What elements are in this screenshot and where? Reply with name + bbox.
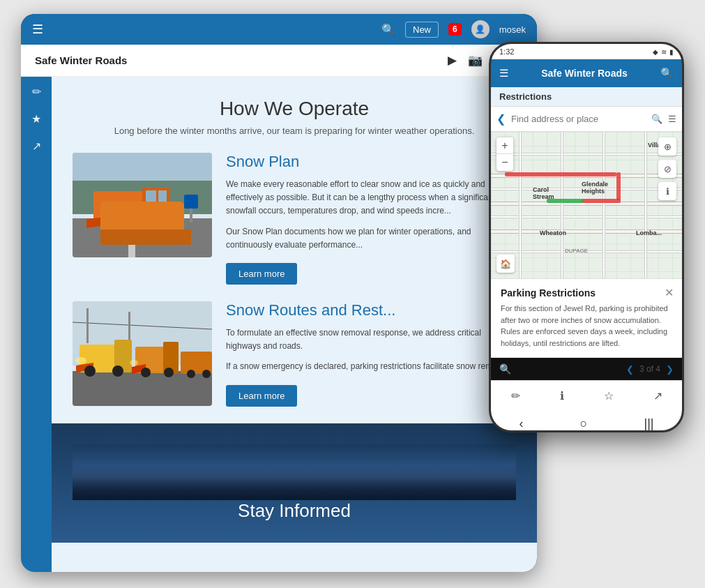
phone-device: 1:32 ◆ ≋ ▮ ☰ Safe Winter Roads 🔍 Restric… (489, 42, 684, 432)
search-icon-small[interactable]: 🔍 (651, 114, 662, 124)
route-red-3 (582, 199, 621, 203)
parking-popup-title: Parking Restrictions (501, 287, 672, 299)
svg-rect-14 (184, 195, 198, 209)
search-icon[interactable]: 🔍 (381, 23, 395, 36)
parking-popup-text: For this section of Jewel Rd, parking is… (501, 303, 672, 349)
map-right-controls: ⊕ ⊘ ℹ (658, 137, 676, 200)
recent-nav-icon[interactable]: ||| (644, 416, 653, 431)
site-header: Safe Winter Roads ▶ 📷 🐦 f (21, 45, 537, 77)
phone-share-icon[interactable]: ↗ (653, 389, 662, 402)
next-page-button[interactable]: ❯ (666, 364, 674, 375)
svg-point-26 (112, 365, 123, 377)
top-bar-right: 🔍 New 6 👤 mosek (381, 20, 526, 38)
phone-info-icon[interactable]: ℹ (560, 389, 564, 402)
zoom-in-button[interactable]: + (496, 137, 513, 154)
svg-point-33 (187, 370, 195, 378)
restrictions-header: Restrictions (491, 87, 682, 107)
back-button[interactable]: ❮ (496, 112, 506, 126)
main-subtitle: Long before the winter months arrive, ou… (73, 126, 516, 136)
svg-rect-15 (190, 209, 192, 223)
filter-icon[interactable]: ☰ (668, 114, 676, 124)
battery-icon: ▮ (669, 48, 674, 56)
svg-point-34 (202, 370, 211, 378)
share-icon[interactable]: ↗ (32, 140, 41, 153)
youtube-icon[interactable]: ▶ (448, 53, 457, 68)
snow-plow-image-1 (73, 153, 212, 257)
signal-icon: ≋ (661, 48, 667, 56)
svg-point-10 (100, 216, 114, 229)
avatar: 👤 (471, 20, 490, 38)
phone-search-bar: ❮ 🔍 ☰ (491, 107, 682, 132)
snow-routes-section: Snow Routes and Rest... To formulate an … (73, 301, 516, 407)
hamburger-icon[interactable]: ☰ (32, 22, 43, 37)
layers-icon[interactable]: ⊘ (658, 160, 676, 178)
home-nav-icon[interactable]: ○ (580, 416, 588, 431)
stay-informed-title: Stay Informed (73, 500, 516, 522)
tablet-top-bar: ☰ 🔍 New 6 👤 mosek (21, 14, 537, 45)
popup-nav: 🔍 ❮ 3 of 4 ❯ (491, 357, 682, 380)
svg-point-31 (164, 368, 174, 377)
phone-search-icon[interactable]: 🔍 (660, 67, 674, 80)
map-home-button[interactable]: 🏠 (496, 255, 515, 273)
svg-point-30 (141, 368, 151, 377)
left-toolbar: ✏ ★ ↗ (21, 77, 52, 572)
phone-map[interactable]: Villa... CarolStream GlendaleHeights Whe… (491, 132, 682, 278)
wifi-icon: ◆ (653, 48, 658, 56)
snow-plan-body1: We make every reasonable effort to clear… (226, 178, 516, 218)
phone-app-bar: ☰ Safe Winter Roads 🔍 (491, 59, 682, 87)
main-title: How We Operate (73, 98, 516, 120)
route-red-1 (505, 172, 616, 176)
stay-informed-section: Stay Informed (52, 423, 537, 543)
edit-icon[interactable]: ✏ (32, 85, 41, 98)
snow-routes-title: Snow Routes and Rest... (226, 301, 516, 319)
map-road-v3 (602, 132, 605, 278)
info-icon[interactable]: ℹ (658, 182, 676, 200)
tablet-device: ☰ 🔍 New 6 👤 mosek Safe Winter Roads ▶ 📷 … (21, 14, 537, 572)
map-label-dupage: DUPAGE (565, 248, 588, 254)
instagram-icon[interactable]: 📷 (468, 53, 483, 68)
popup-zoom-icon[interactable]: 🔍 (499, 363, 511, 375)
snow-routes-body2: If a snow emergency is declared, parking… (226, 360, 516, 373)
phone-edit-icon[interactable]: ✏ (511, 389, 520, 402)
snow-plan-title: Snow Plan (226, 153, 516, 171)
learn-more-button-1[interactable]: Learn more (226, 263, 297, 285)
learn-more-button-2[interactable]: Learn more (226, 385, 297, 407)
map-road-v1 (519, 132, 522, 278)
map-label-lombard: Lomba... (636, 229, 662, 236)
svg-point-12 (149, 216, 163, 229)
new-button[interactable]: New (405, 22, 439, 38)
parking-popup: Parking Restrictions ✕ For this section … (491, 278, 682, 357)
phone-status-bar: 1:32 ◆ ≋ ▮ (491, 44, 682, 59)
phone-bottom-toolbar: ✏ ℹ ☆ ↗ (491, 380, 682, 411)
notification-badge[interactable]: 6 (448, 23, 462, 36)
tablet-content: ✏ ★ ↗ How We Operate Long before the win… (21, 77, 537, 572)
map-label-wheaton: Wheaton (540, 229, 566, 236)
snow-plan-text: Snow Plan We make every reasonable effor… (226, 153, 516, 285)
phone-bookmark-icon[interactable]: ☆ (604, 389, 614, 402)
user-name[interactable]: mosek (499, 24, 526, 35)
parking-popup-close[interactable]: ✕ (665, 286, 674, 299)
map-label-carol: CarolStream (533, 186, 554, 200)
search-input[interactable] (511, 114, 646, 124)
map-zoom-controls: + − (496, 137, 513, 171)
star-icon[interactable]: ★ (31, 112, 41, 126)
phone-nav-bar: ‹ ○ ||| (491, 411, 682, 432)
svg-rect-3 (128, 216, 135, 257)
back-nav-icon[interactable]: ‹ (520, 416, 524, 431)
site-title: Safe Winter Roads (35, 54, 127, 66)
mountain-scene (73, 444, 516, 500)
route-red-2 (616, 172, 621, 200)
map-road-v4 (644, 132, 647, 278)
svg-rect-7 (146, 190, 156, 202)
snow-routes-body1: To formulate an effective snow removal r… (226, 326, 516, 353)
page-content: How We Operate Long before the winter mo… (52, 77, 537, 572)
phone-hamburger-icon[interactable]: ☰ (499, 67, 508, 80)
map-label-glendale: GlendaleHeights (582, 181, 608, 195)
phone-time: 1:32 (499, 47, 514, 56)
gps-icon[interactable]: ⊕ (658, 137, 676, 156)
svg-rect-8 (158, 190, 167, 202)
zoom-out-button[interactable]: − (496, 154, 513, 171)
prev-page-button[interactable]: ❮ (626, 364, 634, 375)
snow-routes-text: Snow Routes and Rest... To formulate an … (226, 301, 516, 407)
svg-point-11 (104, 219, 111, 226)
